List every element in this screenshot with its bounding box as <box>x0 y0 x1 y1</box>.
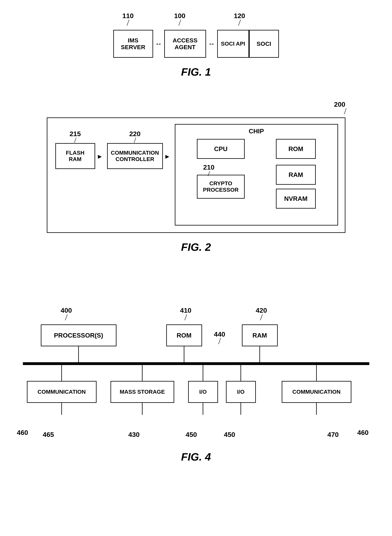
comm-right-item: COMMUNICATION <box>282 365 351 415</box>
fig2-title: FIG. 2 <box>181 241 211 253</box>
fig1-ref-100: 100 <box>174 12 186 20</box>
io-right-box: I/O <box>226 381 256 403</box>
processor-item: PROCESSOR(S) <box>41 324 117 362</box>
comm-left-box: COMMUNICATION <box>27 381 97 403</box>
fig4-title: FIG. 4 <box>181 451 211 463</box>
access-agent-box: ACCESS AGENT <box>164 30 206 58</box>
fig1-title: FIG. 1 <box>181 66 211 78</box>
fig4-ref-410: 410 <box>180 306 191 314</box>
fig2-ref-210: 210 <box>203 163 215 171</box>
fig4-ref-450a-wrapper: 450 <box>186 431 197 439</box>
crypto-processor-box: CRYPTO PROCESSOR <box>197 175 245 199</box>
fig4-ref-400: 400 <box>61 306 72 314</box>
fig4-ref-430-wrapper: 430 <box>128 431 140 439</box>
rom-item: ROM <box>166 324 202 362</box>
fig4-ref-470-wrapper: 470 <box>327 431 339 439</box>
arrow-flash-comm: ► <box>97 153 103 160</box>
arrow-ims-access: ↔ <box>155 40 162 48</box>
fig4-ref-465-wrapper: 465 <box>43 431 54 439</box>
fig4-ram-box: RAM <box>242 324 278 346</box>
fig4-ref-460b-wrapper: 460 <box>357 429 369 436</box>
fig4-section: 400 410 420 PROCESSOR <box>0 306 392 463</box>
mass-storage-item: MASS STORAGE <box>111 365 174 415</box>
fig2-ref-215: 215 <box>70 130 81 138</box>
fig2-section: 200 215 FLASH RAM ► <box>0 111 392 253</box>
flash-ram-box: FLASH RAM <box>55 143 95 169</box>
fig2-outer-box: 215 FLASH RAM ► 220 COMMUN <box>47 117 345 233</box>
fig4-ref-450a: 450 <box>186 431 197 438</box>
fig1-ref-120: 120 <box>234 12 245 20</box>
fig4-ref-420: 420 <box>256 306 267 314</box>
io-right-item: I/O <box>226 365 256 415</box>
fig4-ref-460b: 460 <box>357 429 369 436</box>
ram-item: RAM <box>242 324 278 362</box>
fig2-ref-200: 200 <box>334 101 345 108</box>
fig1-ref-110: 110 <box>122 12 134 20</box>
fig4-ref-465: 465 <box>43 431 54 438</box>
comm-controller-box: COMMUNICATION CONTROLLER <box>107 143 163 169</box>
fig4-rom-box: ROM <box>166 324 202 346</box>
fig4-ref-470: 470 <box>327 431 339 438</box>
fig4-ref-440: 440 <box>214 330 225 338</box>
arrow-comm-chip: ► <box>164 153 171 160</box>
page-container: { "fig1": { "title": "FIG. 1", "ref_110"… <box>0 0 392 536</box>
comm-right-box: COMMUNICATION <box>282 381 351 403</box>
fig4-ref-460a-wrapper: 460 <box>17 429 28 436</box>
rom-box: ROM <box>276 139 316 159</box>
ram-box: RAM <box>276 165 316 185</box>
fig4-ref-460a: 460 <box>17 429 28 436</box>
fig4-ref-430: 430 <box>128 431 140 438</box>
arrow-access-soci: ↔ <box>208 40 215 48</box>
ims-server-box: IMS SERVER <box>113 30 153 58</box>
bus-line <box>23 362 369 365</box>
cpu-box: CPU <box>197 139 245 159</box>
soci-group: SOCI API SOCI <box>217 30 279 58</box>
processors-box: PROCESSOR(S) <box>41 324 117 346</box>
fig4-ref-450b: 450 <box>224 431 235 438</box>
io-left-box: I/O <box>188 381 218 403</box>
fig4-ref-440-wrapper: 440 <box>214 330 225 344</box>
chip-label: CHIP <box>175 125 337 135</box>
comm-left-item: COMMUNICATION <box>27 365 97 415</box>
fig1-section: 110 100 120 IMS SERVER ↔ <box>0 12 392 78</box>
chip-box: CHIP 210 CPU ROM <box>175 124 338 226</box>
ims-server-label: IMS SERVER <box>113 30 153 58</box>
fig4-ref-450b-wrapper: 450 <box>224 431 235 439</box>
fig4-wrapper: 400 410 420 PROCESSOR <box>17 306 375 445</box>
fig2-ref-220: 220 <box>129 130 140 138</box>
io-left-item: I/O <box>188 365 218 415</box>
nvram-box: NVRAM <box>276 189 316 208</box>
mass-storage-box: MASS STORAGE <box>111 381 174 403</box>
